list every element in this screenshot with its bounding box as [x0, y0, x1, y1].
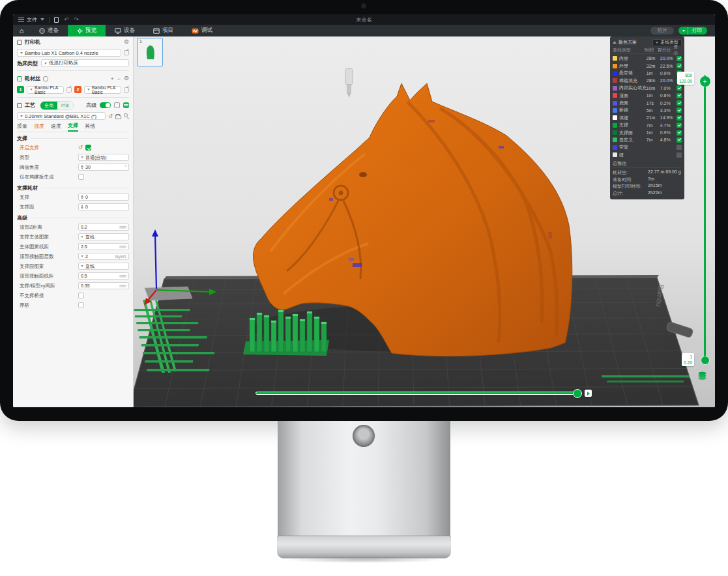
spinner-arrows[interactable] [81, 195, 83, 199]
setting-value: 普通(自动) [85, 154, 107, 161]
filament-sync-icon[interactable] [43, 76, 48, 81]
plate-thumbnail[interactable]: 1 [137, 38, 163, 66]
printer-preset-select[interactable]: Bambu Lab X1 Carbon 0.4 nozzle [17, 49, 121, 57]
chevron-down-icon[interactable] [40, 18, 44, 21]
visibility-checkbox[interactable] [677, 145, 682, 150]
print-button[interactable]: 打印 [678, 27, 707, 35]
filament-2-swatch[interactable]: 2 [74, 86, 81, 93]
total-value: 2h15m [648, 183, 662, 190]
slice-button[interactable]: 切片 [650, 27, 674, 35]
layer-slider-track[interactable] [704, 75, 706, 362]
number-input[interactable]: 30° [78, 164, 129, 171]
printer-edit-icon[interactable] [124, 50, 129, 55]
process-tab-质量[interactable]: 质量 [17, 122, 27, 131]
totals-block: 耗材丝:22.77 m 69.00 g准备时间:7m模型打印时间:2h15m总计… [613, 167, 682, 197]
filament-1-select[interactable]: Bambu PLA Basic [27, 86, 64, 94]
checkbox[interactable] [85, 145, 91, 151]
save-icon[interactable] [54, 17, 59, 23]
dropdown[interactable]: 普通(自动) [78, 154, 129, 161]
layer-slider-top-handle[interactable]: + [700, 76, 710, 87]
bed-type-select[interactable]: 低温打印热床 [41, 59, 129, 67]
unit-label: mm [119, 283, 126, 288]
visibility-checkbox[interactable] [677, 122, 682, 128]
tab-debug[interactable]: 调试 [182, 25, 222, 36]
number-input[interactable]: 0.35mm [78, 282, 129, 289]
number-input[interactable]: 0 [78, 203, 129, 210]
tab-label: 调试 [201, 27, 212, 35]
process-tab-速度[interactable]: 速度 [51, 122, 61, 131]
total-row: 准备时间:7m [613, 177, 682, 184]
print-dropdown-caret[interactable] [678, 27, 688, 35]
number-input[interactable]: 2.5mm [78, 243, 129, 250]
line-type-time: 5m [647, 108, 660, 113]
process-tab-强度[interactable]: 强度 [34, 122, 44, 131]
scope-objects[interactable]: 对象 [57, 102, 73, 109]
scope-toggle[interactable]: 全局 对象 [40, 101, 74, 110]
number-input[interactable]: 0.2mm [78, 223, 129, 231]
setting-value: 直线 [85, 234, 95, 240]
dropdown[interactable]: 2layers [78, 253, 129, 260]
visibility-checkbox[interactable] [677, 108, 682, 113]
visibility-checkbox[interactable] [677, 152, 682, 158]
process-preset-select[interactable]: 0.20mm Standard @BBL X1C (*) [17, 112, 106, 120]
move-slider-step-button[interactable] [585, 390, 592, 397]
dropdown[interactable]: 直线 [78, 233, 129, 240]
visibility-checkbox[interactable] [677, 100, 682, 106]
tune-icon[interactable] [123, 102, 129, 108]
legend-row: 顶面1m0.8% [613, 92, 682, 99]
visibility-checkbox[interactable] [677, 93, 682, 98]
checkbox[interactable] [78, 302, 84, 308]
number-input[interactable]: 0.5mm [78, 272, 129, 280]
number-input[interactable]: 0 [78, 194, 129, 201]
undo-icon[interactable]: ↶ [64, 17, 69, 23]
collapse-icon[interactable] [613, 41, 617, 44]
total-label: 总计: [613, 190, 648, 197]
advanced-toggle[interactable] [100, 102, 111, 108]
search-icon[interactable] [124, 113, 129, 119]
redo-icon[interactable]: ↷ [74, 17, 80, 23]
reset-icon[interactable]: ↺ [78, 145, 83, 151]
line-type-time: 32m [647, 64, 660, 68]
visibility-checkbox[interactable] [677, 115, 682, 121]
remove-filament-button[interactable]: − [117, 76, 121, 82]
reset-preset-icon[interactable]: ↺ [108, 113, 113, 119]
add-filament-button[interactable]: + [110, 76, 113, 82]
move-slider-track[interactable] [255, 392, 582, 395]
tab-preview[interactable]: 预览 [68, 25, 106, 36]
checkbox[interactable] [78, 293, 84, 298]
filament-edit-icon[interactable] [66, 87, 72, 93]
tab-project[interactable]: 项目 [144, 25, 182, 36]
layer-slider-bottom-tooltip: 1 0.20 [682, 353, 694, 366]
visibility-checkbox[interactable] [677, 63, 682, 68]
layers-icon[interactable] [697, 371, 707, 380]
filament-2-select[interactable]: Bambu PLA Basic [84, 86, 121, 94]
setting-value: 2.5 [81, 244, 87, 249]
scope-global[interactable]: 全局 [40, 102, 57, 109]
process-tab-支撑[interactable]: 支撑 [68, 122, 78, 132]
visibility-checkbox[interactable] [677, 130, 682, 136]
checkbox[interactable] [78, 174, 84, 180]
compare-icon[interactable] [114, 102, 120, 108]
filament-edit-icon[interactable] [124, 87, 129, 93]
process-tab-其他[interactable]: 其他 [85, 122, 95, 131]
filament-1-swatch[interactable]: 1 [17, 86, 24, 93]
app-window: 文件 ↶ ↷ 未命名 ⌂ 准备预览设备项目调试 切片 打印 [13, 14, 715, 407]
process-tabs: 质量强度速度支撑其他 [17, 122, 129, 132]
viewport-3d[interactable]: Bambu [134, 36, 715, 407]
file-menu[interactable]: 文件 [27, 16, 37, 23]
home-button[interactable]: ⌂ [13, 25, 30, 36]
spinner-arrows[interactable] [81, 205, 83, 209]
filament-settings-gear-icon[interactable]: ⚙ [124, 76, 129, 81]
spinner-arrows[interactable] [81, 165, 83, 169]
tab-prepare[interactable]: 准备 [30, 25, 68, 36]
line-type-percent: 22.5% [660, 64, 677, 68]
folder-icon[interactable] [115, 115, 121, 119]
layer-slider-bottom-handle[interactable] [701, 356, 709, 364]
visibility-checkbox[interactable] [677, 137, 682, 143]
tab-device[interactable]: 设备 [106, 25, 144, 36]
visibility-checkbox[interactable] [677, 56, 682, 61]
dropdown[interactable]: 直线 [78, 263, 129, 270]
printer-settings-gear-icon[interactable]: ⚙ [124, 39, 129, 45]
move-slider-handle[interactable] [573, 389, 582, 398]
visibility-checkbox[interactable] [677, 85, 682, 91]
